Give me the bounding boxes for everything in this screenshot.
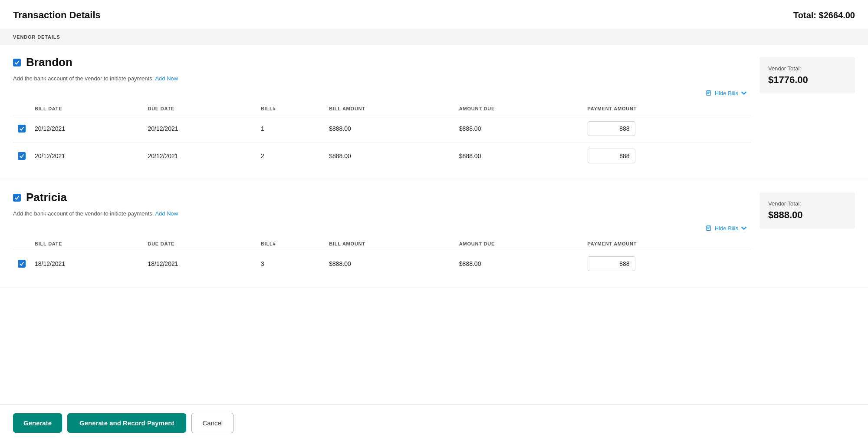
- bill-checkbox-patricia-0[interactable]: [18, 260, 26, 268]
- bills-icon-patricia: [706, 225, 713, 232]
- generate-and-record-button[interactable]: Generate and Record Payment: [67, 413, 186, 433]
- payment-amount-input-brandon-0[interactable]: [588, 121, 635, 136]
- col-header-amount-due: AMOUNT DUE: [455, 238, 583, 250]
- page-total: Total: $2664.00: [793, 10, 855, 20]
- generate-button[interactable]: Generate: [13, 413, 62, 433]
- vendor-checkbox-patricia[interactable]: [13, 194, 21, 202]
- bill-date-brandon-1: 20/12/2021: [30, 143, 143, 170]
- bill-num-brandon-1: 2: [256, 143, 325, 170]
- due-date-patricia-0: 18/12/2021: [143, 250, 256, 278]
- vendor-main-patricia: Patricia Add the bank account of the ven…: [13, 191, 751, 277]
- bill-num-brandon-0: 1: [256, 115, 325, 143]
- bill-amount-patricia-0: $888.00: [325, 250, 455, 278]
- chevron-down-icon-brandon: [740, 90, 747, 96]
- hide-bills-btn-brandon[interactable]: Hide Bills: [702, 88, 751, 98]
- vendor-checkbox-brandon[interactable]: [13, 59, 21, 66]
- vendor-name-brandon: Brandon: [26, 56, 72, 69]
- col-header-bill-amount: BILL AMOUNT: [325, 103, 455, 115]
- amount-due-brandon-0: $888.00: [455, 115, 583, 143]
- col-header-payment-amount: PAYMENT AMOUNT: [583, 238, 751, 250]
- col-header-payment-amount: PAYMENT AMOUNT: [583, 103, 751, 115]
- payment-amount-cell-patricia-0: [583, 250, 751, 278]
- payment-amount-cell-brandon-1: [583, 143, 751, 170]
- bill-date-brandon-0: 20/12/2021: [30, 115, 143, 143]
- col-header-bill-date: BILL DATE: [30, 238, 143, 250]
- vendor-name-patricia: Patricia: [26, 191, 67, 204]
- vendor-block-patricia: Patricia Add the bank account of the ven…: [0, 180, 868, 288]
- page-title: Transaction Details: [13, 10, 101, 21]
- page-wrapper: Transaction Details Total: $2664.00 VEND…: [0, 0, 868, 441]
- col-header-bill-: BILL#: [256, 238, 325, 250]
- bills-toggle-row-patricia: Hide Bills: [13, 223, 751, 233]
- col-header-bill-: BILL#: [256, 103, 325, 115]
- bill-row-brandon-1: 20/12/2021 20/12/2021 2 $888.00 $888.00: [13, 143, 751, 170]
- bill-amount-brandon-0: $888.00: [325, 115, 455, 143]
- hide-bills-btn-patricia[interactable]: Hide Bills: [702, 223, 751, 233]
- bills-table-brandon: BILL DATEDUE DATEBILL#BILL AMOUNTAMOUNT …: [13, 103, 751, 169]
- bill-amount-brandon-1: $888.00: [325, 143, 455, 170]
- vendor-total-box-brandon: Vendor Total: $1776.00: [760, 57, 855, 93]
- payment-amount-input-brandon-1[interactable]: [588, 149, 635, 163]
- bill-num-patricia-0: 3: [256, 250, 325, 278]
- vendor-total-amount-patricia: $888.00: [768, 209, 846, 221]
- payment-amount-input-patricia-0[interactable]: [588, 256, 635, 271]
- vendor-total-label-brandon: Vendor Total:: [768, 65, 846, 72]
- due-date-brandon-1: 20/12/2021: [143, 143, 256, 170]
- due-date-brandon-0: 20/12/2021: [143, 115, 256, 143]
- vendor-total-amount-brandon: $1776.00: [768, 74, 846, 86]
- add-bank-link-patricia[interactable]: Add Now: [155, 210, 178, 217]
- vendor-bank-notice-brandon: Add the bank account of the vendor to in…: [13, 75, 751, 82]
- bills-icon-brandon: [706, 90, 713, 96]
- vendor-total-label-patricia: Vendor Total:: [768, 200, 846, 207]
- col-header-bill-date: BILL DATE: [30, 103, 143, 115]
- vendor-details-section-label: VENDOR DETAILS: [0, 29, 868, 45]
- col-header-due-date: DUE DATE: [143, 103, 256, 115]
- add-bank-link-brandon[interactable]: Add Now: [155, 75, 178, 82]
- bill-row-patricia-0: 18/12/2021 18/12/2021 3 $888.00 $888.00: [13, 250, 751, 278]
- vendor-header-row-brandon: Brandon: [13, 56, 751, 69]
- vendor-bank-notice-patricia: Add the bank account of the vendor to in…: [13, 210, 751, 217]
- vendor-main-brandon: Brandon Add the bank account of the vend…: [13, 56, 751, 169]
- cancel-button[interactable]: Cancel: [191, 413, 233, 433]
- vendors-container: Brandon Add the bank account of the vend…: [0, 45, 868, 288]
- vendor-header-row-patricia: Patricia: [13, 191, 751, 204]
- bill-date-patricia-0: 18/12/2021: [30, 250, 143, 278]
- col-header-amount-due: AMOUNT DUE: [455, 103, 583, 115]
- amount-due-patricia-0: $888.00: [455, 250, 583, 278]
- chevron-down-icon-patricia: [740, 225, 747, 232]
- bills-toggle-row-brandon: Hide Bills: [13, 88, 751, 98]
- amount-due-brandon-1: $888.00: [455, 143, 583, 170]
- bill-checkbox-brandon-0[interactable]: [18, 125, 26, 133]
- bill-row-brandon-0: 20/12/2021 20/12/2021 1 $888.00 $888.00: [13, 115, 751, 143]
- payment-amount-cell-brandon-0: [583, 115, 751, 143]
- vendor-total-box-patricia: Vendor Total: $888.00: [760, 192, 855, 229]
- bills-table-patricia: BILL DATEDUE DATEBILL#BILL AMOUNTAMOUNT …: [13, 238, 751, 277]
- page-footer: Generate Generate and Record Payment Can…: [0, 405, 868, 441]
- page-header: Transaction Details Total: $2664.00: [0, 0, 868, 29]
- col-header-bill-amount: BILL AMOUNT: [325, 238, 455, 250]
- bill-checkbox-brandon-1[interactable]: [18, 152, 26, 160]
- col-header-due-date: DUE DATE: [143, 238, 256, 250]
- vendor-block-brandon: Brandon Add the bank account of the vend…: [0, 45, 868, 180]
